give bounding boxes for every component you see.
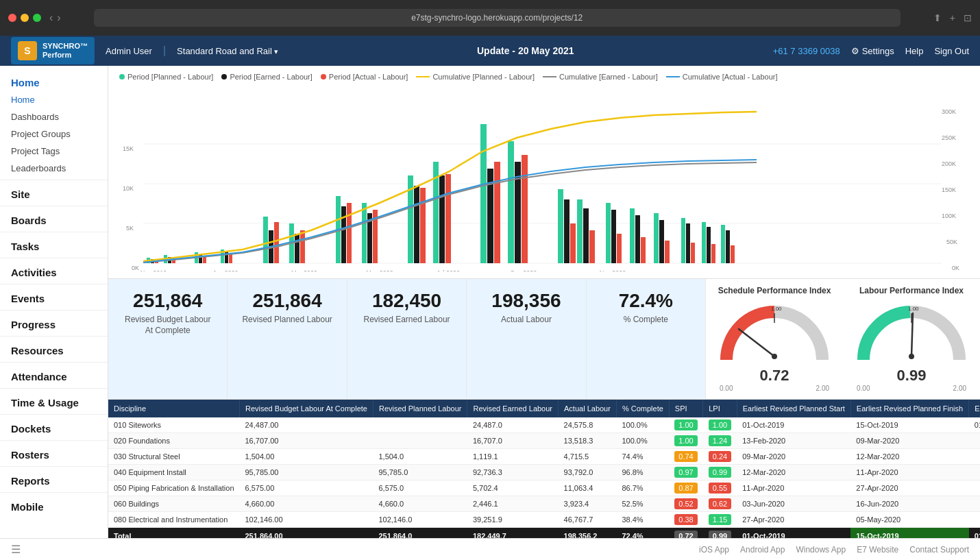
sidebar-item-mobile[interactable]: Mobile [0,496,108,515]
svg-rect-73 [726,230,730,263]
kpi-label-2: Revised Planned Labour [241,315,332,326]
sidebar-item-activities[interactable]: Activities [0,261,108,281]
total-spi: 0.72 [669,528,702,539]
sidebar-subitem-dashboards[interactable]: Dashboards [0,108,108,125]
cell-erps: 13-Feb-2020 [737,433,850,449]
minimize-button[interactable] [21,14,29,22]
cell-spi: 0.38 [669,512,702,528]
gauge-spi-visual: 1.00 [720,298,829,367]
cell-erps: 11-Apr-2020 [737,480,850,496]
sidebar-item-resources[interactable]: Resources [0,339,108,359]
legend-label-planned: Period [Planned - Labour] [127,73,213,81]
lpi-badge: 1.00 [709,419,731,430]
cell-rbac: 24,487.00 [240,417,373,433]
sidebar-item-dockets[interactable]: Dockets [0,417,108,437]
legend-line-cum-actual [666,76,680,77]
sidebar-item-boards[interactable]: Boards [0,209,108,229]
lpi-badge: 1.15 [709,514,731,525]
svg-rect-74 [731,245,735,263]
nav-update: Update - 20 May 2021 [289,45,762,56]
new-tab-icon[interactable]: + [950,12,955,23]
cell-pct: 38.4% [616,512,669,528]
cell-discipline: 080 Electrical and Instrumentation [108,512,240,528]
sidebar-item-reports[interactable]: Reports [0,470,108,489]
forward-icon[interactable]: › [57,12,60,24]
footer-link-android[interactable]: Android App [740,545,785,555]
col-discipline: Discipline [108,400,240,417]
sidebar-divider-8 [0,362,108,363]
lpi-badge: 1.24 [709,435,731,446]
lpi-badge: 0.62 [709,498,731,509]
svg-rect-32 [300,230,305,263]
address-bar[interactable]: e7stg-synchro-logo.herokuapp.com/project… [94,9,901,27]
nav-settings-button[interactable]: ⚙ Settings [851,46,894,56]
maximize-button[interactable] [33,14,41,22]
sidebar-item-time-usage[interactable]: Time & Usage [0,391,108,411]
spi-badge: 0.52 [674,498,697,509]
footer-link-e7[interactable]: E7 Website [857,545,898,555]
chart-visualization: 0K 5K 10K 15K 0K 50K 100K 150K 200K 250K… [119,86,969,271]
svg-rect-29 [274,222,279,263]
cell-pct: 74.4% [616,449,669,465]
legend-line-cum-planned [416,76,430,77]
footer-link-windows[interactable]: Windows App [796,545,846,555]
footer-link-ios[interactable]: iOS App [699,545,729,555]
svg-rect-48 [508,141,514,263]
sidebar-item-events[interactable]: Events [0,287,108,307]
svg-text:200K: 200K [942,160,956,167]
col-pct: % Complete [616,400,669,417]
sidebar-subitem-leaderboards[interactable]: Leaderboards [0,160,108,177]
sidebar-item-site[interactable]: Site [0,183,108,203]
svg-rect-34 [341,206,346,263]
sidebar-item-rosters[interactable]: Rosters [0,443,108,463]
cell-rpl: 102,146.0 [373,512,467,528]
legend-earned: Period [Earned - Labour] [221,73,312,81]
tabs-icon[interactable]: ⊡ [964,12,972,23]
cell-rbac: 95,785.00 [240,465,373,480]
spi-badge: 0.74 [674,451,697,462]
cell-al: 93,792.0 [559,465,617,480]
svg-rect-61 [635,215,640,263]
sidebar-divider-3 [0,232,108,232]
footer-link-support[interactable]: Contact Support [909,545,969,555]
cell-rpl [373,433,467,449]
table-row: 050 Piping Fabrication & Installation 6,… [108,480,980,496]
sidebar-subitem-project-groups[interactable]: Project Groups [0,125,108,143]
cell-erpf: 16-Jun-2020 [850,496,968,512]
sidebar-item-home[interactable]: Home [0,71,108,91]
svg-rect-50 [522,155,528,263]
share-icon[interactable]: ⬆ [933,12,942,23]
nav-signout-button[interactable]: Sign Out [934,46,969,56]
menu-icon[interactable]: ☰ [11,543,21,556]
spi-badge: 1.00 [674,435,697,446]
sidebar-subitem-home[interactable]: Home [0,91,108,108]
gauge-spi-title: Schedule Performance Index [718,286,831,295]
svg-rect-35 [347,203,352,263]
total-erps: 01-Oct-2019 [737,528,850,539]
sidebar-divider-13 [0,492,108,493]
lpi-badge: 0.55 [709,483,731,494]
table-row: 060 Buildings 4,660.00 4,660.0 2,446.1 3… [108,496,980,512]
gauge-spi: Schedule Performance Index [706,279,843,399]
kpi-label-4: Actual Labour [480,315,572,326]
cell-rel: 92,736.3 [467,465,559,480]
app-footer: ☰ iOS App Android App Windows App E7 Web… [0,538,980,560]
back-icon[interactable]: ‹ [49,12,53,24]
cell-rpl [373,417,467,433]
kpi-value-2: 251,864 [241,290,332,312]
col-erps: Earliest Revised Planned Start [737,400,850,417]
sidebar-item-attendance[interactable]: Attendance [0,365,108,385]
nav-help-button[interactable]: Help [905,46,924,56]
nav-project[interactable]: Standard Road and Rail [177,46,278,56]
sidebar-item-tasks[interactable]: Tasks [0,235,108,255]
svg-text:50K: 50K [946,239,957,245]
sidebar-item-progress[interactable]: Progress [0,313,108,333]
svg-text:100K: 100K [942,212,956,219]
svg-rect-71 [711,244,715,263]
spi-badge: 0.87 [674,483,697,494]
kpi-actual-labour: 198,356 Actual Labour [467,279,586,399]
sidebar-subitem-project-tags[interactable]: Project Tags [0,143,108,160]
svg-rect-72 [721,225,725,263]
cell-lpi: 1.15 [703,512,737,528]
close-button[interactable] [8,14,16,22]
